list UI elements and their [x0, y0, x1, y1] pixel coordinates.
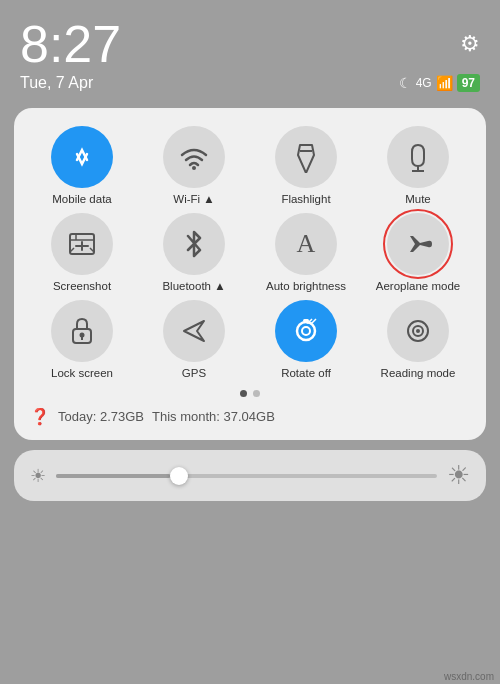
watermark: wsxdn.com	[444, 671, 494, 682]
svg-marker-1	[298, 145, 314, 173]
tile-flashlight-icon	[275, 126, 337, 188]
brightness-fill	[56, 474, 170, 478]
tiles-grid: Mobile data Wi-Fi ▲ Flashl	[28, 126, 472, 380]
tile-rotate-off[interactable]: Rotate off	[252, 300, 360, 381]
settings-icon[interactable]: ⚙	[460, 31, 480, 57]
tile-auto-brightness-icon: A	[275, 213, 337, 275]
tile-gps-label: GPS	[182, 367, 206, 381]
date-display: Tue, 7 Apr	[20, 74, 93, 92]
tile-wifi-icon	[163, 126, 225, 188]
tile-bluetooth-icon	[163, 213, 225, 275]
network-bars-icon: 📶	[436, 75, 453, 91]
tile-wifi-label: Wi-Fi ▲	[173, 193, 214, 207]
tile-flashlight-label: Flashlight	[281, 193, 330, 207]
tile-mute-label: Mute	[405, 193, 431, 207]
svg-point-0	[192, 166, 196, 170]
status-bar: 8:27 ⚙ Tue, 7 Apr ☾ 4G 📶 97	[0, 0, 500, 100]
data-today: Today: 2.73GB	[58, 409, 144, 424]
tile-screenshot-icon	[51, 213, 113, 275]
tile-reading-mode-icon	[387, 300, 449, 362]
tile-screenshot[interactable]: Screenshot	[28, 213, 136, 294]
tile-bluetooth[interactable]: Bluetooth ▲	[140, 213, 248, 294]
quick-settings-panel: Mobile data Wi-Fi ▲ Flashl	[14, 108, 486, 440]
tile-gps[interactable]: GPS	[140, 300, 248, 381]
svg-point-9	[80, 332, 85, 337]
help-icon[interactable]: ❓	[30, 407, 50, 426]
brightness-thumb[interactable]	[170, 467, 188, 485]
tile-lock-screen-label: Lock screen	[51, 367, 113, 381]
tile-mute-icon	[387, 126, 449, 188]
svg-point-16	[416, 329, 420, 333]
clock: 8:27	[20, 18, 121, 70]
tile-lock-screen[interactable]: Lock screen	[28, 300, 136, 381]
tile-bluetooth-label: Bluetooth ▲	[162, 280, 225, 294]
tile-flashlight[interactable]: Flashlight	[252, 126, 360, 207]
tile-mute[interactable]: Mute	[364, 126, 472, 207]
tile-screenshot-label: Screenshot	[53, 280, 111, 294]
tile-wifi[interactable]: Wi-Fi ▲	[140, 126, 248, 207]
brightness-max-icon: ☀	[447, 460, 470, 491]
brightness-min-icon: ☀	[30, 465, 46, 487]
tile-gps-icon	[163, 300, 225, 362]
dot-2	[253, 390, 260, 397]
data-month: This month: 37.04GB	[152, 409, 275, 424]
status-icons: ☾ 4G 📶 97	[399, 74, 480, 92]
svg-point-12	[302, 327, 310, 335]
tile-reading-mode-label: Reading mode	[381, 367, 456, 381]
battery-indicator: 97	[457, 74, 480, 92]
tile-rotate-off-label: Rotate off	[281, 367, 331, 381]
tile-mobile-data-icon	[51, 126, 113, 188]
data-usage-row: ❓ Today: 2.73GB This month: 37.04GB	[28, 407, 472, 426]
pagination-dots	[28, 390, 472, 397]
tile-reading-mode[interactable]: Reading mode	[364, 300, 472, 381]
moon-icon: ☾	[399, 75, 412, 91]
tile-auto-brightness[interactable]: A Auto brightness	[252, 213, 360, 294]
tile-aeroplane-mode[interactable]: Aeroplane mode	[364, 213, 472, 294]
brightness-control[interactable]: ☀ ☀	[14, 450, 486, 501]
svg-point-11	[297, 322, 315, 340]
svg-rect-13	[303, 319, 309, 322]
tile-aeroplane-mode-label: Aeroplane mode	[376, 280, 460, 294]
tile-aeroplane-mode-icon	[387, 213, 449, 275]
signal-icon: 4G	[416, 76, 432, 90]
tile-auto-brightness-label: Auto brightness	[266, 280, 346, 294]
dot-1	[240, 390, 247, 397]
tile-mobile-data[interactable]: Mobile data	[28, 126, 136, 207]
tile-rotate-off-icon	[275, 300, 337, 362]
tile-mobile-data-label: Mobile data	[52, 193, 111, 207]
brightness-track[interactable]	[56, 474, 437, 478]
tile-lock-screen-icon	[51, 300, 113, 362]
